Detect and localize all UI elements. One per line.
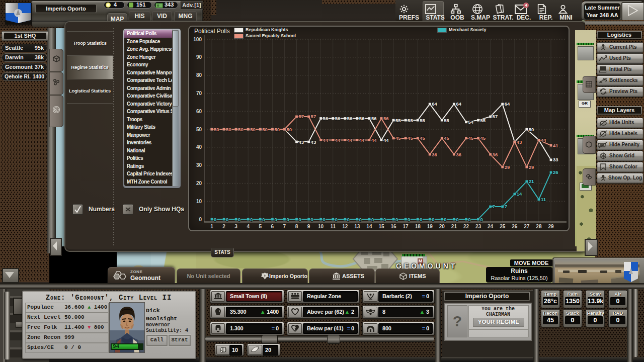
svg-text:4: 4 xyxy=(247,224,250,229)
svg-text:70: 70 xyxy=(196,90,202,96)
svg-text:20: 20 xyxy=(196,180,202,186)
svg-text:41: 41 xyxy=(553,143,558,148)
svg-text:50: 50 xyxy=(250,127,256,132)
svg-text:10: 10 xyxy=(196,199,202,204)
svg-text:57: 57 xyxy=(311,114,316,119)
svg-text:7: 7 xyxy=(283,224,286,229)
svg-text:0: 0 xyxy=(480,217,483,222)
svg-text:44: 44 xyxy=(323,137,329,143)
svg-text:0: 0 xyxy=(371,217,374,222)
svg-text:45: 45 xyxy=(420,135,425,141)
svg-text:50: 50 xyxy=(226,127,231,132)
svg-text:8: 8 xyxy=(295,224,298,229)
svg-text:0: 0 xyxy=(335,217,338,222)
svg-text:7: 7 xyxy=(493,204,495,209)
svg-text:18: 18 xyxy=(415,224,421,229)
svg-text:29: 29 xyxy=(548,224,554,229)
svg-text:29: 29 xyxy=(505,164,510,170)
svg-text:0: 0 xyxy=(347,217,350,222)
svg-text:0: 0 xyxy=(383,217,386,222)
svg-text:3: 3 xyxy=(234,224,237,229)
svg-text:12: 12 xyxy=(342,224,348,229)
svg-text:26: 26 xyxy=(553,169,558,175)
svg-text:56: 56 xyxy=(335,116,341,121)
svg-text:14: 14 xyxy=(517,191,522,197)
svg-text:55: 55 xyxy=(395,118,401,123)
svg-text:30: 30 xyxy=(196,162,202,168)
svg-text:44: 44 xyxy=(335,137,341,143)
svg-text:45: 45 xyxy=(480,135,486,141)
svg-text:56: 56 xyxy=(347,116,353,121)
svg-text:44: 44 xyxy=(383,137,389,143)
svg-text:80: 80 xyxy=(196,72,202,78)
svg-text:0: 0 xyxy=(432,217,434,222)
svg-text:28: 28 xyxy=(536,224,542,229)
svg-text:0: 0 xyxy=(323,217,326,222)
svg-text:11: 11 xyxy=(541,197,546,202)
svg-text:0: 0 xyxy=(286,217,289,222)
svg-text:0: 0 xyxy=(456,217,458,222)
svg-text:50: 50 xyxy=(529,127,534,132)
svg-text:11: 11 xyxy=(330,224,336,229)
svg-text:0: 0 xyxy=(199,217,202,222)
svg-text:0: 0 xyxy=(311,217,313,222)
svg-text:44: 44 xyxy=(359,137,365,143)
svg-text:36: 36 xyxy=(493,152,498,157)
svg-text:43: 43 xyxy=(299,139,304,145)
svg-text:45: 45 xyxy=(468,135,474,141)
svg-text:1: 1 xyxy=(210,224,213,229)
svg-text:50: 50 xyxy=(196,127,202,132)
svg-text:55: 55 xyxy=(408,118,413,123)
svg-text:100: 100 xyxy=(193,37,202,42)
svg-text:22: 22 xyxy=(463,224,469,229)
svg-text:0: 0 xyxy=(395,217,398,222)
svg-text:50: 50 xyxy=(214,127,219,132)
svg-text:0: 0 xyxy=(250,217,253,222)
svg-text:56: 56 xyxy=(323,116,329,121)
svg-text:43: 43 xyxy=(517,139,522,145)
svg-text:50: 50 xyxy=(238,127,244,132)
svg-text:33: 33 xyxy=(553,157,558,162)
svg-text:60: 60 xyxy=(196,109,202,114)
svg-text:20: 20 xyxy=(439,224,445,229)
svg-text:55: 55 xyxy=(444,118,449,123)
svg-text:44: 44 xyxy=(371,137,377,143)
svg-text:14: 14 xyxy=(366,224,372,229)
svg-text:10: 10 xyxy=(318,224,324,229)
svg-text:64: 64 xyxy=(432,101,437,107)
svg-text:40: 40 xyxy=(196,144,202,150)
svg-text:0: 0 xyxy=(420,217,422,222)
svg-text:36: 36 xyxy=(456,152,461,157)
svg-text:64: 64 xyxy=(456,101,461,107)
svg-text:0: 0 xyxy=(238,217,240,222)
svg-text:43: 43 xyxy=(311,139,316,145)
svg-text:23: 23 xyxy=(475,224,481,229)
svg-text:25: 25 xyxy=(500,224,506,229)
svg-text:0: 0 xyxy=(444,217,446,222)
svg-text:54: 54 xyxy=(468,119,474,125)
svg-text:5: 5 xyxy=(259,224,262,229)
svg-text:16: 16 xyxy=(390,224,396,229)
svg-text:56: 56 xyxy=(383,116,389,121)
svg-text:24: 24 xyxy=(488,224,494,229)
svg-text:57: 57 xyxy=(299,114,304,119)
svg-text:27: 27 xyxy=(524,224,530,229)
svg-text:45: 45 xyxy=(395,135,401,141)
svg-text:0: 0 xyxy=(226,217,228,222)
svg-text:7: 7 xyxy=(505,204,507,209)
svg-text:55: 55 xyxy=(420,118,425,123)
svg-text:19: 19 xyxy=(427,224,433,229)
svg-text:0: 0 xyxy=(359,217,362,222)
svg-text:9: 9 xyxy=(307,224,310,229)
svg-text:26: 26 xyxy=(512,224,518,229)
svg-text:21: 21 xyxy=(529,178,534,184)
svg-text:55: 55 xyxy=(480,118,486,123)
svg-text:36: 36 xyxy=(432,152,437,157)
svg-text:0: 0 xyxy=(468,217,471,222)
svg-text:50: 50 xyxy=(286,127,292,132)
svg-text:0: 0 xyxy=(299,217,301,222)
svg-text:0: 0 xyxy=(274,217,277,222)
svg-text:64: 64 xyxy=(505,101,510,107)
svg-text:13: 13 xyxy=(354,224,360,229)
svg-text:50: 50 xyxy=(274,127,280,132)
